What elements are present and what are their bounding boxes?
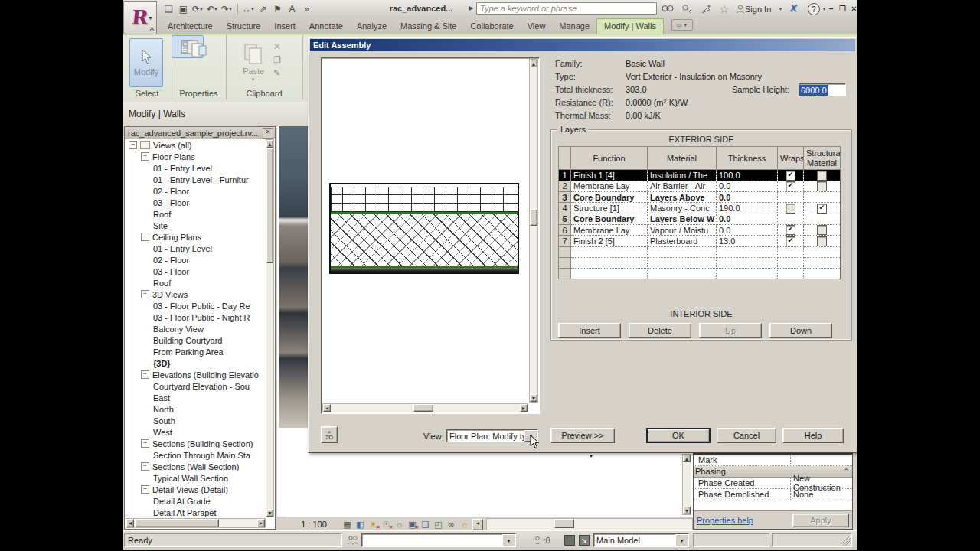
structural-cell[interactable]	[804, 170, 841, 181]
checkbox-checked[interactable]: ✔	[817, 204, 827, 214]
wraps-cell[interactable]	[778, 203, 804, 214]
open-icon[interactable]: ❏	[162, 3, 175, 16]
function-cell[interactable]: Finish 2 [5]	[571, 236, 648, 247]
tree-item[interactable]: 01 - Entry Level - Furnitur	[126, 174, 266, 185]
measure-icon[interactable]: ↔▼	[242, 3, 255, 16]
tab-view[interactable]: View	[521, 19, 553, 34]
tree-item[interactable]: 03 - Floor	[126, 266, 266, 277]
more-icon[interactable]: »	[300, 3, 313, 16]
text-icon[interactable]: A	[286, 3, 299, 16]
material-cell[interactable]: Layers Below W	[648, 214, 717, 224]
expand-icon[interactable]: −	[141, 152, 149, 161]
structural-cell[interactable]	[804, 224, 841, 236]
worksets-icon[interactable]	[346, 534, 360, 546]
material-cell[interactable]: Insulation / The	[648, 170, 717, 181]
thickness-cell[interactable]: 0.0	[717, 181, 778, 192]
layer-row[interactable]: 3Core BoundaryLayers Above0.0	[559, 192, 841, 203]
function-cell[interactable]: Core Boundary	[571, 192, 648, 203]
sample-height-field[interactable]: 6000.0	[799, 83, 846, 96]
expand-icon[interactable]: −	[141, 485, 149, 494]
drawing-vertical-scrollbar[interactable]: ▲ ▼	[682, 454, 691, 515]
select-panel-label[interactable]: Select	[122, 89, 172, 98]
tree-item[interactable]: 03 - Floor Public - Night R	[126, 311, 266, 323]
visual-style-icon[interactable]: ◧	[354, 519, 367, 530]
tree-item[interactable]: −Sections (Wall Section)	[126, 461, 266, 472]
expand-icon[interactable]: −	[129, 141, 137, 149]
tree-item[interactable]: Detail At Parapet	[126, 507, 266, 517]
mark-row[interactable]: Mark	[694, 455, 852, 466]
help-button[interactable]: Help	[782, 428, 844, 443]
tab-modify-walls[interactable]: Modify | Walls	[596, 18, 664, 34]
drawing-horizontal-scrollbar[interactable]	[486, 518, 693, 530]
collapse-viewbar-icon[interactable]: ◄	[472, 519, 483, 530]
tree-item[interactable]: −Sections (Building Section)	[126, 438, 266, 449]
favorites-star-icon[interactable]: ☆	[717, 2, 732, 15]
layer-row[interactable]: 7Finish 2 [5]Plasterboard13.0✔	[559, 236, 841, 247]
project-browser-close-icon[interactable]: ✕	[263, 128, 273, 139]
tree-item[interactable]: {3D}	[126, 357, 266, 369]
checkbox-unchecked[interactable]	[817, 236, 827, 246]
layer-row[interactable]: 4Structure [1]Masonry - Conc190.0✔	[559, 203, 841, 214]
minimize-button[interactable]: –	[825, 3, 837, 14]
detail-level-icon[interactable]: ▦	[341, 519, 354, 530]
title-expand-icon[interactable]: ▶	[469, 5, 473, 11]
save-icon[interactable]: ▣	[177, 3, 190, 16]
checkbox-checked[interactable]: ✔	[786, 181, 795, 191]
close-button[interactable]: ✕	[848, 3, 860, 14]
tree-item[interactable]: 03 - Floor Public - Day Re	[126, 300, 266, 311]
tree-item[interactable]: −Floor Plans	[126, 151, 266, 162]
checkbox-unchecked[interactable]	[817, 225, 827, 235]
worksets-dropdown[interactable]: ▼	[361, 533, 516, 547]
resize-grip[interactable]	[841, 536, 851, 546]
tab-collaborate[interactable]: Collaborate	[463, 19, 520, 34]
checkbox-unchecked[interactable]	[786, 204, 795, 214]
tree-item[interactable]: 02 - Floor	[126, 254, 266, 266]
expand-icon[interactable]: −	[141, 233, 149, 241]
wraps-cell[interactable]: ✔	[778, 181, 804, 192]
tree-item[interactable]: Site	[126, 220, 266, 231]
tree-item[interactable]: Courtyard Elevation - Sou	[126, 380, 266, 392]
tree-item[interactable]: −3D Views	[126, 289, 266, 300]
preview-vertical-scrollbar[interactable]: ▲ ▼	[529, 59, 538, 403]
undo-icon-caret[interactable]: ▼	[214, 7, 218, 11]
tree-item[interactable]: East	[126, 392, 266, 403]
undo-icon[interactable]: ↶▼	[206, 3, 219, 16]
key-icon[interactable]	[679, 2, 694, 15]
panel-display-toggle[interactable]: ▭▼	[671, 19, 693, 31]
insert-button[interactable]: Insert	[558, 323, 621, 338]
editing-requests-icon[interactable]: :0	[531, 534, 554, 546]
expand-icon[interactable]: −	[141, 290, 149, 298]
tree-item[interactable]: Section Through Main Sta	[126, 449, 266, 461]
thickness-cell[interactable]: 0.0	[717, 224, 778, 236]
tree-item[interactable]: −Detail Views (Detail)	[126, 484, 266, 495]
layer-row[interactable]: 1Finish 1 [4]Insulation / The100.0✔	[559, 170, 841, 181]
thickness-cell[interactable]: 190.0	[717, 203, 778, 214]
tree-item[interactable]: From Parking Area	[126, 346, 266, 357]
wraps-cell[interactable]: ✔	[778, 236, 804, 247]
active-workset-dropdown[interactable]: Main Model▼	[593, 533, 689, 547]
sign-in-caret-icon[interactable]: ▼	[778, 6, 783, 11]
expand-icon[interactable]: −	[141, 370, 149, 379]
tree-item[interactable]: Roof	[126, 277, 266, 289]
expand-icon[interactable]: −	[141, 439, 149, 448]
thickness-cell[interactable]: 13.0	[717, 236, 778, 247]
tree-item[interactable]: West	[126, 426, 266, 438]
paste-button[interactable]: Paste ▼	[238, 38, 269, 86]
delete-button[interactable]: Delete	[629, 323, 691, 338]
tag-icon[interactable]: ⚑	[271, 3, 284, 16]
down-button[interactable]: Down	[769, 323, 832, 338]
dialog-titlebar[interactable]: Edit Assembly	[310, 39, 855, 51]
tab-manage[interactable]: Manage	[552, 19, 596, 34]
tree-item[interactable]: Balcony View	[126, 323, 266, 334]
wraps-cell[interactable]	[778, 192, 804, 203]
tree-item[interactable]: 01 - Entry Level	[126, 162, 266, 174]
exchange-apps-icon[interactable]: X	[790, 2, 797, 14]
worksharing-display-icon[interactable]: ◰	[432, 519, 445, 530]
function-cell[interactable]: Core Boundary	[571, 214, 648, 224]
tab-insert[interactable]: Insert	[267, 19, 302, 34]
maximize-button[interactable]: ❐	[837, 3, 848, 14]
modify-button[interactable]: Modify	[129, 38, 163, 87]
tree-item[interactable]: −Elevations (Building Elevatio	[126, 369, 266, 380]
checkbox-checked[interactable]: ✔	[786, 236, 795, 246]
layer-row[interactable]: 2Membrane LayAir Barrier - Air0.0✔	[559, 181, 841, 192]
